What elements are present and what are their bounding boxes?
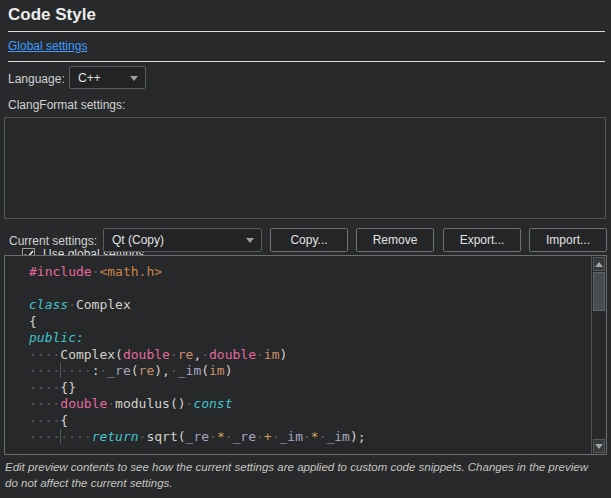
export-button[interactable]: Export... (443, 228, 521, 252)
chevron-down-icon (246, 238, 254, 243)
remove-button[interactable]: Remove (356, 228, 434, 252)
preview-hint-line1: Edit preview contents to see how the cur… (5, 460, 606, 476)
code-style-settings-page: Code Style Global settings Language: C++… (0, 0, 611, 498)
code-preview-editor[interactable]: #include·<math.h>class·Complex{public:··… (4, 255, 607, 455)
page-title: Code Style (8, 5, 96, 25)
scrollbar-up-button[interactable] (593, 257, 605, 271)
separator-line (8, 31, 605, 32)
current-settings-dropdown[interactable]: Qt (Copy) (103, 228, 262, 252)
language-dropdown[interactable]: C++ (69, 66, 146, 89)
separator-line (8, 61, 605, 62)
import-button[interactable]: Import... (529, 228, 607, 252)
preview-hint-line2: do not affect the current settings. (5, 476, 606, 492)
scrollbar-down-button[interactable] (593, 439, 605, 453)
vertical-scrollbar[interactable] (591, 256, 606, 454)
arrow-down-icon (595, 444, 603, 449)
copy-button[interactable]: Copy... (270, 228, 348, 252)
clangformat-settings-group: Use global settings Indenting only Overr… (4, 117, 606, 219)
code-lines[interactable]: #include·<math.h>class·Complex{public:··… (29, 264, 589, 454)
preview-hint-text: Edit preview contents to see how the cur… (5, 460, 606, 491)
language-label: Language: (8, 72, 65, 86)
clangformat-settings-label: ClangFormat settings: (8, 98, 125, 112)
chevron-down-icon (130, 76, 138, 81)
current-settings-label: Current settings: (9, 234, 97, 248)
language-dropdown-value: C++ (78, 71, 101, 85)
scrollbar-thumb[interactable] (593, 272, 605, 311)
current-settings-value: Qt (Copy) (112, 233, 164, 247)
global-settings-link[interactable]: Global settings (8, 39, 87, 53)
arrow-up-icon (595, 262, 603, 267)
